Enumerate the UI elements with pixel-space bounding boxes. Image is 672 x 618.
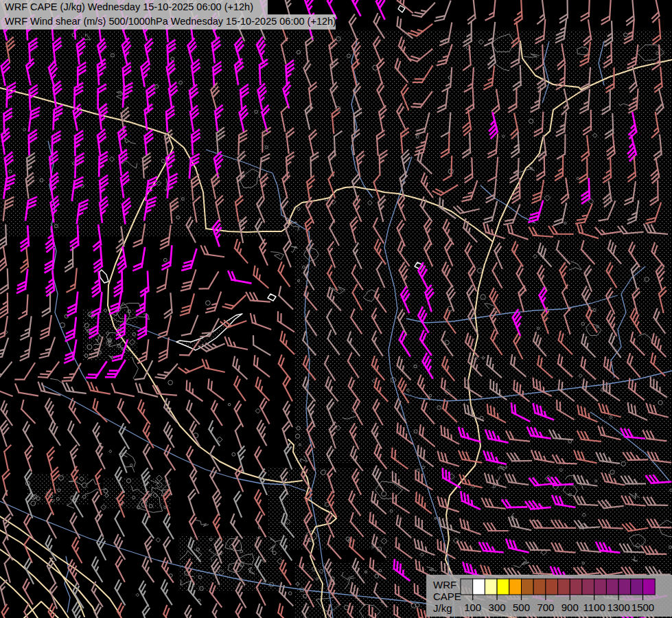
legend-color-box [618,579,631,595]
legend-tick-label: 1300 [607,602,629,613]
legend-color-box [522,579,534,595]
legend-labels: WRF CAPE J/kg [433,579,461,614]
map-title-cape: WRF CAPE (J/kg) Wednesday 15-10-2025 06:… [0,0,268,14]
legend-color-box [546,579,558,595]
legend-color-box [643,579,656,595]
legend-color-box [497,579,509,595]
legend-color-box [485,579,497,595]
legend-color-box [570,579,582,595]
legend-colorbar: 100300500700900110013001500 [461,578,661,617]
legend-tick-label: 100 [464,602,481,613]
weather-map-canvas [0,0,672,618]
legend-color-box [606,579,618,595]
legend-tick-label: 500 [513,602,530,613]
legend-tick-label: 1500 [632,602,654,613]
legend-tick-label: 300 [489,602,506,613]
legend-tick-label: 1100 [583,602,605,613]
map-title-wind-shear: WRF Wind shear (m/s) 500/1000hPa Wednesd… [0,14,336,30]
legend-tick-label: 900 [561,602,579,613]
legend-tick-label: 700 [537,602,554,613]
weather-map-screen: WRF CAPE (J/kg) Wednesday 15-10-2025 06:… [0,0,672,618]
legend-color-box [533,579,546,595]
legend-color-box [594,579,607,595]
legend-color-box [509,579,522,595]
legend-color-box [558,579,570,595]
legend-model-label: WRF [433,579,461,591]
legend-color-box [631,579,643,595]
legend-param-label: CAPE [433,591,461,602]
legend-color-box [473,579,485,595]
legend-color-box [461,579,473,595]
legend-color-box [582,579,594,595]
cape-color-legend: WRF CAPE J/kg 10030050070090011001300150… [426,575,672,617]
legend-unit-label: J/kg [433,602,461,614]
